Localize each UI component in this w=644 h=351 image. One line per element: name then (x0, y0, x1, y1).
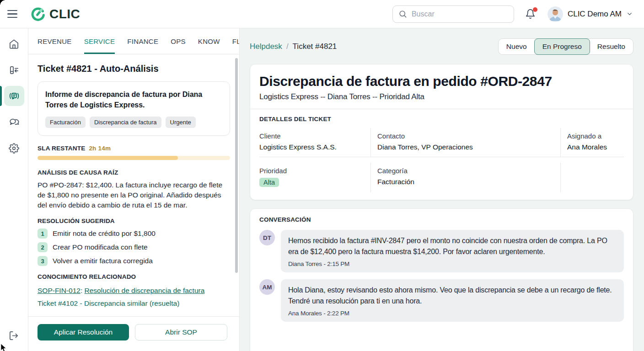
conversation-message: DT Hemos recibido la factura #INV-2847 p… (259, 230, 624, 272)
search-input[interactable] (412, 10, 508, 18)
sla-label: SLA RESTANTE (38, 145, 85, 152)
ticket-summary-card: Informe de discrepancia de factura por D… (38, 81, 230, 136)
message-meta: Diana Torres - 2:15 PM (288, 261, 617, 267)
details-row-2: Prioridad Alta Categoría Facturación (259, 163, 624, 192)
knowledge-links: SOP-FIN-012: Resolución de discrepancia … (38, 284, 230, 310)
notification-badge (533, 7, 537, 12)
rail-item-settings[interactable] (4, 138, 24, 158)
open-sop-button[interactable]: Abrir SOP (135, 324, 227, 340)
rail-item-logout[interactable] (4, 325, 24, 346)
rail-item-intake-flow[interactable] (4, 60, 24, 80)
summary-text: Informe de discrepancia de factura por D… (45, 89, 222, 110)
home-icon (9, 39, 19, 49)
field-value: Facturación (377, 178, 554, 186)
tab-ops[interactable]: OPS (171, 28, 186, 54)
conversation-message: AM Hola Diana, estoy revisando esto ahor… (259, 279, 624, 322)
resolution-step: 2 Crear PO modificada con flete (38, 242, 230, 252)
field-label: Cliente (259, 132, 364, 140)
resolution-step: 1 Emitir nota de crédito por $1,800 (38, 229, 230, 239)
logout-icon (9, 330, 19, 341)
mouse-cursor (0, 344, 8, 351)
message-text: Hola Diana, estoy revisando esto ahora m… (288, 285, 617, 307)
message-text: Hemos recibido la factura #INV-2847 pero… (288, 235, 617, 257)
search-box[interactable] (392, 5, 514, 23)
sop-id-link[interactable]: SOP-FIN-012 (38, 287, 80, 294)
sop-title-link[interactable]: Resolución de discrepancia de factura (85, 287, 205, 294)
panel-scrollbar-thumb[interactable] (235, 58, 238, 273)
field-label: Prioridad (259, 167, 364, 175)
breadcrumb-helpdesk[interactable]: Helpdesk (250, 42, 282, 51)
field-asignado: Asignado a Ana Morales (560, 128, 624, 157)
chat-icon (9, 117, 20, 128)
panel-actions: Aplicar Resolución Abrir SOP (38, 324, 230, 340)
tab-finance[interactable]: FINANCE (127, 28, 158, 54)
tag-pill: Facturación (45, 117, 86, 128)
details-heading: DETALLES DEL TICKET (259, 116, 624, 122)
icon-rail (0, 28, 28, 351)
related-ticket-link[interactable]: Ticket #4102 - Discrepancia similar (res… (38, 297, 230, 310)
sla-progress-fill (38, 156, 178, 160)
root-cause-text: PO #PO-2847: $12,400. La factura incluye… (38, 180, 230, 210)
brand-logo: CLIC (29, 6, 80, 22)
tag-list: Facturación Discrepancia de factura Urge… (45, 117, 222, 128)
ticket-details-section: DETALLES DEL TICKET Cliente Logistics Ex… (250, 109, 633, 200)
topbar: CLIC (0, 0, 644, 28)
field-label: Asignado a (567, 132, 617, 140)
root-cause-heading: ANÁLISIS DE CAUSA RAÍZ (38, 169, 230, 176)
gear-icon (9, 143, 19, 154)
status-tab-resuelto[interactable]: Resuelto (590, 39, 633, 54)
status-tab-nuevo[interactable]: Nuevo (499, 39, 535, 54)
step-number: 1 (38, 229, 48, 239)
ticket-analysis-icon (9, 90, 20, 101)
user-name: CLIC Demo AM (568, 10, 622, 19)
step-number: 3 (38, 256, 48, 266)
module-tabs: REVENUE SERVICE FINANCE OPS KNOW FLOW (28, 28, 239, 54)
knowledge-heading: CONOCIMIENTO RELACIONADO (38, 273, 230, 280)
tab-know[interactable]: KNOW (198, 28, 220, 54)
breadcrumb-separator: / (286, 42, 289, 51)
chevron-down-icon (626, 11, 633, 17)
status-tab-en-progreso[interactable]: En Progreso (534, 38, 590, 55)
ticket-detail-card: Discrepancia de factura en pedido #ORD-2… (250, 64, 633, 200)
rail-item-chat[interactable] (4, 112, 24, 132)
panel-body: Ticket #4821 - Auto-Análisis Informe de … (28, 54, 239, 351)
step-text: Volver a emitir factura corregida (53, 257, 153, 265)
field-cliente: Cliente Logistics Express S.A.S. (259, 128, 370, 157)
active-rail-indicator (0, 86, 2, 106)
user-menu[interactable]: CLIC Demo AM (547, 6, 633, 22)
ticket-subtitle: Logistics Express -- Diana Torres -- Pri… (259, 92, 624, 101)
rail-item-home[interactable] (4, 34, 24, 54)
actions-divider (28, 316, 239, 317)
auto-analysis-panel: REVENUE SERVICE FINANCE OPS KNOW FLOW Ti… (28, 28, 240, 351)
resolution-step: 3 Volver a emitir factura corregida (38, 256, 230, 266)
breadcrumb-current: Ticket #4821 (293, 42, 337, 51)
brand-name: CLIC (49, 7, 80, 21)
field-value: Logistics Express S.A.S. (259, 143, 364, 151)
field-contacto: Contacto Diana Torres, VP Operaciones (370, 128, 560, 157)
sop-link-row: SOP-FIN-012: Resolución de discrepancia … (38, 284, 230, 297)
resolution-heading: RESOLUCIÓN SUGERIDA (38, 218, 230, 224)
message-bubble: Hola Diana, estoy revisando esto ahora m… (281, 279, 624, 322)
tag-pill: Urgente (166, 117, 196, 128)
message-meta: Ana Morales - 2:22 PM (288, 310, 617, 317)
main-content: Helpdesk / Ticket #4821 Nuevo En Progres… (240, 28, 644, 351)
tab-flow[interactable]: FLOW (232, 28, 240, 54)
step-text: Crear PO modificada con flete (53, 243, 148, 251)
field-label: Contacto (377, 132, 554, 140)
apply-resolution-button[interactable]: Aplicar Resolución (38, 324, 129, 340)
tab-service[interactable]: SERVICE (84, 28, 115, 54)
conversation-card: CONVERSACIÓN DT Hemos recibido la factur… (250, 208, 633, 351)
field-value: Diana Torres, VP Operaciones (377, 143, 554, 151)
step-number: 2 (38, 242, 48, 252)
notifications-button[interactable] (525, 9, 536, 19)
message-bubble: Hemos recibido la factura #INV-2847 pero… (281, 230, 624, 272)
tab-revenue[interactable]: REVENUE (38, 28, 72, 54)
conversation-heading: CONVERSACIÓN (259, 216, 624, 223)
ticket-header: Discrepancia de factura en pedido #ORD-2… (250, 64, 633, 109)
field-empty (560, 163, 624, 192)
avatar (547, 6, 563, 22)
rail-item-ticket-analysis[interactable] (4, 86, 24, 106)
window-rounded-corner (0, 0, 5, 5)
priority-badge: Alta (259, 178, 279, 187)
hamburger-menu-icon[interactable] (7, 7, 21, 21)
